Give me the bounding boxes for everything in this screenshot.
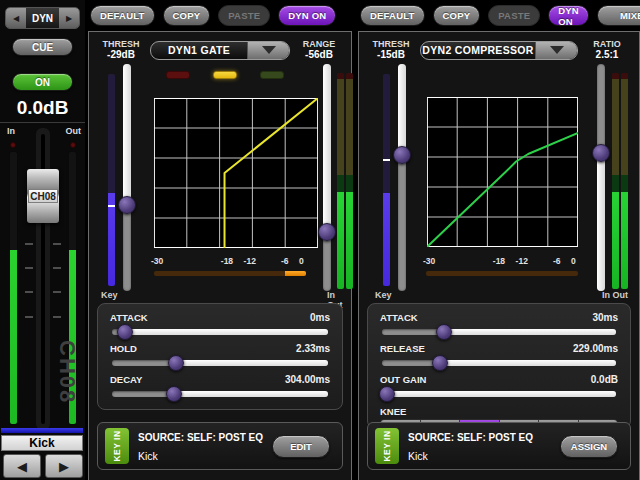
fader-gain-value: 0.0dB <box>0 97 85 119</box>
dyn1-on-button[interactable]: DYN ON <box>278 5 336 26</box>
attack-slider[interactable] <box>380 324 618 340</box>
scale-tick: 0 <box>571 256 576 266</box>
cue-button[interactable]: CUE <box>12 38 73 56</box>
attack-value: 30ms <box>592 312 618 323</box>
gate-threshold-slider[interactable] <box>118 64 136 291</box>
gate-range-slider[interactable] <box>318 64 336 291</box>
gate-range-thumb[interactable] <box>318 223 336 241</box>
page-next-button[interactable]: ▶ <box>59 8 79 28</box>
channel-color-bar <box>1 428 83 433</box>
inout-label: In Out <box>602 290 628 300</box>
attack-value: 0ms <box>310 312 330 323</box>
channel-id-ghost: CH08 <box>54 340 80 404</box>
outgain-label: OUT GAIN <box>380 374 426 385</box>
scale-tick: -30 <box>151 256 163 266</box>
decay-value: 304.00ms <box>285 374 330 385</box>
dyn1-paste-button: PASTE <box>218 5 270 26</box>
outgain-thumb[interactable] <box>379 386 395 402</box>
in-clip-led <box>10 142 16 148</box>
gate-curve <box>225 98 318 248</box>
gate-type-dropdown[interactable]: DYN1 GATE <box>150 41 290 60</box>
scale-tick: -18 <box>221 256 233 266</box>
hold-thumb[interactable] <box>168 355 184 371</box>
left-arrow-icon: ◀ <box>13 14 19 23</box>
dynamics-screen: ◀ DYN ▶ CUE ON 0.0dB In Out CH08 CH08 Ki… <box>0 0 640 480</box>
dyn2-copy-button[interactable]: COPY <box>433 5 481 26</box>
meter-in-label: In <box>7 126 15 136</box>
keyin-tab: KEY IN <box>105 428 129 464</box>
hold-value: 2.33ms <box>296 343 330 354</box>
gate-keyin-section: KEY IN SOURCE: SELF: POST EQ Kick EDIT <box>97 422 343 470</box>
gate-type-label: DYN1 GATE <box>151 42 247 59</box>
outgain-slider[interactable] <box>380 386 618 402</box>
page-selector: ◀ DYN ▶ <box>5 7 80 29</box>
out-clip-led <box>70 142 76 148</box>
release-slider[interactable] <box>380 355 618 371</box>
keyin-source-channel: Kick <box>408 450 428 462</box>
gr-active-segment <box>285 271 306 276</box>
scale-tick: -30 <box>423 256 435 266</box>
gate-hold-led <box>213 71 237 79</box>
dyn2-toolbar: DEFAULT COPY PASTE DYN ON MIXER <box>360 0 640 31</box>
keyin-source: SOURCE: SELF: POST EQ <box>138 432 263 443</box>
decay-label: DECAY <box>110 374 142 385</box>
gate-gr-meter <box>154 271 306 276</box>
comp-sliders: ATTACK30ms RELEASE229.00ms OUT GAIN0.0dB… <box>367 303 631 429</box>
comp-out-meter <box>621 73 628 289</box>
sidebar-divider <box>0 122 85 123</box>
gate-threshold-thumb[interactable] <box>118 196 136 214</box>
comp-ratio-slider[interactable] <box>592 64 610 291</box>
channel-fader[interactable]: CH08 <box>27 169 59 223</box>
comp-threshold-thumb[interactable] <box>393 146 411 164</box>
comp-gr-meter <box>426 271 578 276</box>
channel-on-button[interactable]: ON <box>12 73 73 91</box>
dyn2-default-button[interactable]: DEFAULT <box>360 5 425 26</box>
scale-tick: -12 <box>244 256 256 266</box>
gate-sliders: ATTACK0ms HOLD2.33ms DECAY304.00ms <box>97 303 343 410</box>
gate-range-readout: RANGE -56dB <box>292 39 346 61</box>
mixer-button[interactable]: MIXER <box>597 5 640 26</box>
channel-sidebar: ◀ DYN ▶ CUE ON 0.0dB In Out CH08 CH08 Ki… <box>0 0 85 480</box>
dyn1-default-button[interactable]: DEFAULT <box>90 5 155 26</box>
channel-name: Kick <box>1 435 83 451</box>
attack-slider[interactable] <box>110 324 330 340</box>
meter-out-label: Out <box>66 126 82 136</box>
comp-threshold-slider[interactable] <box>393 64 411 291</box>
keyin-edit-button[interactable]: EDIT <box>272 435 330 458</box>
key-threshold-tick <box>108 205 115 207</box>
right-arrow-icon: ▶ <box>59 459 69 474</box>
right-arrow-icon: ▶ <box>66 14 72 23</box>
comp-ratio-thumb[interactable] <box>592 144 610 162</box>
gate-closed-led <box>166 71 190 79</box>
dyn1-toolbar: DEFAULT COPY PASTE DYN ON <box>90 0 352 31</box>
comp-type-label: DYN2 COMPRESSOR <box>421 42 535 59</box>
dropdown-open-button[interactable] <box>535 42 577 59</box>
prev-channel-button[interactable]: ◀ <box>3 454 41 478</box>
decay-slider[interactable] <box>110 386 330 402</box>
hold-slider[interactable] <box>110 355 330 371</box>
decay-thumb[interactable] <box>166 386 182 402</box>
page-prev-button[interactable]: ◀ <box>6 8 26 28</box>
chevron-down-icon <box>262 46 276 54</box>
attack-thumb[interactable] <box>117 324 133 340</box>
comp-type-dropdown[interactable]: DYN2 COMPRESSOR <box>420 41 578 60</box>
scale-tick: -18 <box>493 256 505 266</box>
comp-threshold-readout: THRESH -15dB <box>364 39 418 61</box>
next-channel-button[interactable]: ▶ <box>45 454 83 478</box>
comp-ratio-readout: RATIO 2.5:1 <box>580 39 634 61</box>
dyn2-on-button[interactable]: DYN ON <box>548 5 589 26</box>
hold-label: HOLD <box>110 343 137 354</box>
in-level-meter <box>10 152 17 424</box>
chevron-down-icon <box>550 46 564 54</box>
dropdown-open-button[interactable] <box>247 42 289 59</box>
keyin-assign-button[interactable]: ASSIGN <box>560 435 618 458</box>
attack-label: ATTACK <box>110 312 148 323</box>
dyn1-copy-button[interactable]: COPY <box>163 5 211 26</box>
gate-threshold-readout: THRESH -29dB <box>94 39 148 61</box>
key-threshold-tick <box>383 159 390 161</box>
compressor-panel: THRESH -15dB DYN2 COMPRESSOR RATIO 2.5:1 <box>358 31 640 480</box>
comp-in-meter <box>612 73 619 289</box>
attack-thumb[interactable] <box>436 324 452 340</box>
release-thumb[interactable] <box>432 355 448 371</box>
gate-status-leds <box>166 71 284 79</box>
